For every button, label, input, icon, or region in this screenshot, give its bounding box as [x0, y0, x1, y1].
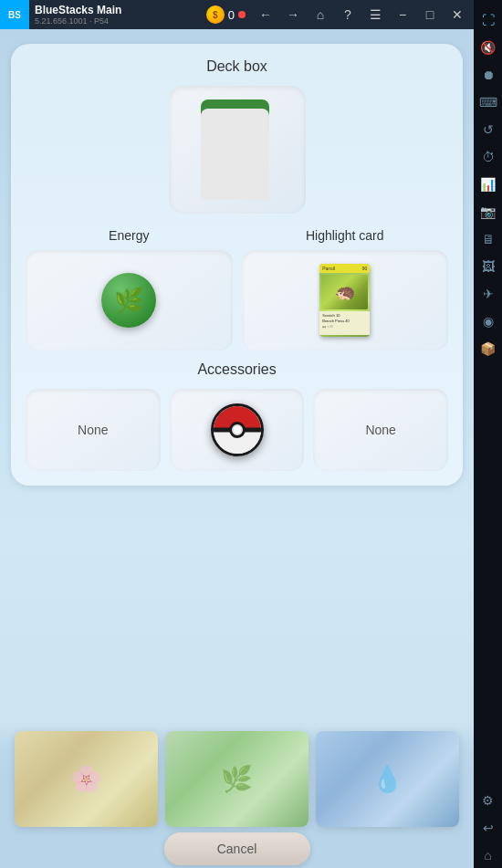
help-button[interactable]: ? — [335, 4, 361, 26]
card-stats-area: Scratch 10 Branch Press 40 ◆◆ ✦40 — [319, 311, 370, 335]
back-button[interactable]: ← — [253, 4, 278, 26]
bottom-card-3[interactable]: 💧 — [316, 731, 459, 827]
timer-icon[interactable]: ⏱ — [476, 144, 501, 170]
deck-box-title: Deck box — [26, 58, 448, 75]
pokeball-center-inner — [234, 426, 241, 434]
energy-title: Energy — [26, 228, 233, 243]
pokeball-icon — [211, 403, 264, 456]
card-move-2: Branch Press 40 — [322, 319, 367, 323]
notification-dot — [238, 11, 246, 18]
accessory-slot-3[interactable]: None — [313, 389, 448, 471]
bottom-card-1[interactable]: 🌸 — [15, 731, 158, 827]
card-footer: ◆◆ ✦40 — [322, 325, 367, 329]
title-bar: BS BlueStacks Main 5.21.656.1001 · P54 $… — [0, 0, 474, 29]
forward-button[interactable]: → — [280, 4, 306, 26]
deck-box-body — [201, 109, 269, 200]
card-panel: Deck box Energy 🌿 — [11, 44, 463, 486]
bottom-card-2[interactable]: 🌿 — [165, 731, 309, 827]
coin-count: 0 — [228, 8, 235, 22]
cancel-btn-area: Cancel — [0, 827, 474, 868]
maximize-button[interactable]: □ — [417, 4, 443, 26]
energy-highlight-row: Energy 🌿 Highlight card Pansil 90 — [26, 228, 448, 350]
refresh-icon[interactable]: ↺ — [476, 117, 501, 142]
gallery-icon[interactable]: 🖼 — [476, 254, 501, 279]
app-version: 5.21.656.1001 · P54 — [35, 16, 206, 26]
accessory-none-3: None — [365, 423, 395, 437]
accessory-none-1: None — [78, 423, 108, 437]
card-artwork-area: 🦔 — [321, 275, 368, 309]
cancel-button[interactable]: Cancel — [164, 832, 310, 865]
coin-area: $ 0 — [206, 5, 246, 24]
highlight-card-title: Highlight card — [242, 228, 449, 243]
main-content: Deck box Energy 🌿 — [0, 29, 474, 868]
gamepad-icon[interactable]: ✈ — [476, 281, 501, 307]
package-icon[interactable]: 📦 — [476, 336, 501, 361]
stats-icon[interactable]: 📊 — [476, 172, 501, 197]
keyboard-icon[interactable]: ⌨ — [476, 89, 501, 115]
app-logo: BS — [0, 0, 29, 29]
highlight-card-slot[interactable]: Pansil 90 🦔 Scratch 10 Branch Press 40 ◆… — [242, 250, 449, 350]
energy-icon: 🌿 — [101, 273, 156, 328]
card-hp: 90 — [362, 266, 368, 271]
card-move: Scratch 10 — [322, 313, 367, 318]
energy-slot[interactable]: 🌿 — [26, 250, 233, 350]
location-icon[interactable]: ◉ — [476, 309, 501, 334]
bottom-cards-row: 🌸 🌿 💧 — [0, 722, 474, 827]
card-2-inner: 🌿 — [165, 731, 309, 827]
accessories-section: Accessories None None — [26, 361, 448, 471]
card-top-bar: Pansil 90 — [319, 264, 370, 273]
minimize-button[interactable]: − — [390, 4, 415, 26]
expand-icon[interactable]: ⛶ — [476, 7, 501, 33]
accessories-title: Accessories — [26, 361, 448, 378]
deck-box-slot[interactable] — [169, 86, 306, 214]
accessory-slot-1[interactable]: None — [26, 389, 161, 471]
card-name: Pansil — [322, 266, 335, 271]
highlight-card-image: Pansil 90 🦔 Scratch 10 Branch Press 40 ◆… — [319, 264, 370, 337]
volume-icon[interactable]: 🔇 — [476, 35, 501, 60]
home-nav-icon[interactable]: ⌂ — [476, 842, 501, 868]
highlight-card-section: Highlight card Pansil 90 🦔 Scratch 10 Br… — [242, 228, 449, 350]
settings-icon[interactable]: ⚙ — [476, 788, 501, 813]
home-button[interactable]: ⌂ — [308, 4, 333, 26]
pokemon-silhouette: 🦔 — [321, 275, 368, 309]
window-controls: ← → ⌂ ? ☰ − □ ✕ — [253, 4, 470, 26]
deck-box-illustration — [201, 99, 274, 200]
pokeball-center — [229, 422, 246, 438]
close-button[interactable]: ✕ — [444, 4, 470, 26]
leaf-symbol: 🌿 — [114, 287, 143, 315]
record-icon[interactable]: ⏺ — [476, 62, 501, 88]
screenshot-icon[interactable]: 📷 — [476, 199, 501, 225]
accessories-row: None None — [26, 389, 448, 471]
deck-box-section: Deck box — [26, 58, 448, 214]
deck-box-container — [26, 86, 448, 214]
coin-icon: $ — [206, 5, 225, 24]
bottom-card-strip: 🌸 🌿 💧 Cancel — [0, 722, 474, 868]
energy-section: Energy 🌿 — [26, 228, 233, 350]
back-nav-icon[interactable]: ↩ — [476, 815, 501, 841]
card-1-inner: 🌸 — [15, 731, 158, 827]
app-name: BlueStacks Main — [35, 4, 206, 16]
accessory-slot-2[interactable] — [170, 389, 305, 471]
display-icon[interactable]: 🖥 — [476, 226, 501, 252]
right-sidebar: ⛶ 🔇 ⏺ ⌨ ↺ ⏱ 📊 📷 🖥 🖼 ✈ ◉ 📦 ⚙ ↩ ⌂ — [474, 0, 502, 868]
menu-button[interactable]: ☰ — [362, 4, 388, 26]
card-3-inner: 💧 — [316, 731, 459, 827]
